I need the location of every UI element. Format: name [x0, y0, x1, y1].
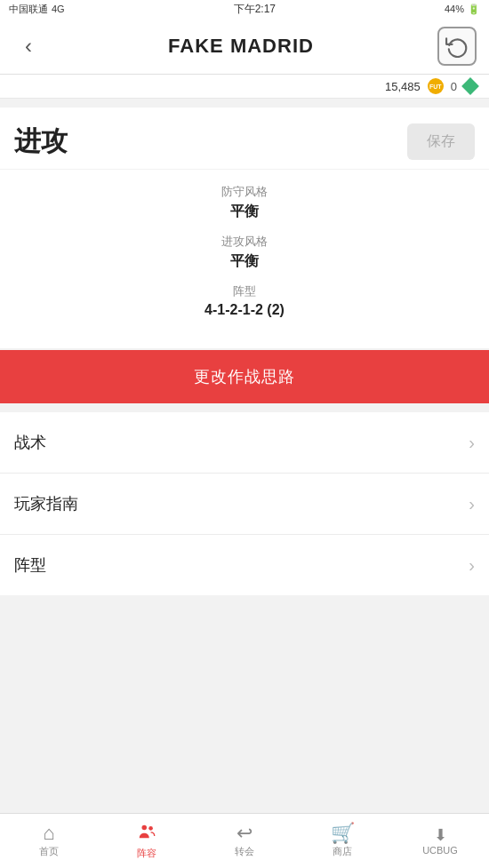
defense-style-value: 平衡 [14, 203, 475, 221]
ucbug-icon: ⬇ [434, 827, 447, 843]
formation-label: 阵型 [14, 283, 475, 299]
change-strategy-button[interactable]: 更改作战思路 [0, 350, 489, 403]
refresh-button[interactable] [437, 27, 477, 66]
currency-points: 0 [451, 80, 457, 93]
currency-bar: 15,485 FUT 0 [0, 75, 489, 99]
formation-menu-label: 阵型 [14, 554, 46, 576]
save-button[interactable]: 保存 [407, 123, 475, 160]
nav-ucbug-label: UCBUG [422, 845, 458, 856]
tactics-menu-item[interactable]: 战术 › [0, 412, 489, 474]
attack-style-value: 平衡 [14, 252, 475, 271]
tactics-chevron-icon: › [469, 433, 475, 453]
tactics-label: 战术 [14, 432, 46, 453]
nav-ucbug[interactable]: ⬇ UCBUG [391, 814, 489, 868]
nav-store[interactable]: 🛒 商店 [293, 814, 391, 868]
defense-style-label: 防守风格 [14, 184, 475, 200]
section-title: 进攻 [14, 123, 68, 160]
status-carrier: 中国联通 4G [9, 3, 65, 16]
player-guide-chevron-icon: › [469, 494, 475, 514]
menu-section: 战术 › 玩家指南 › 阵型 › [0, 412, 489, 595]
defense-style-row: 防守风格 平衡 [14, 184, 475, 221]
section-header: 进攻 保存 [0, 108, 489, 169]
attack-style-label: 进攻风格 [14, 234, 475, 250]
status-bar: 中国联通 4G 下午2:17 44% 🔋 [0, 0, 489, 18]
refresh-icon [445, 35, 469, 58]
nav-squad-label: 阵容 [137, 847, 156, 860]
nav-home-label: 首页 [39, 845, 59, 858]
header: ‹ FAKE MADRID [0, 18, 489, 75]
nav-home[interactable]: ⌂ 首页 [0, 814, 98, 868]
formation-menu-item[interactable]: 阵型 › [0, 535, 489, 595]
fut-coin-icon: FUT [428, 78, 444, 94]
formation-chevron-icon: › [469, 555, 475, 576]
nav-squad[interactable]: 阵容 [98, 814, 196, 868]
bottom-nav: ⌂ 首页 阵容 ↩ 转会 🛒 商店 ⬇ UCBUG [0, 813, 489, 868]
player-guide-menu-item[interactable]: 玩家指南 › [0, 474, 489, 535]
squad-icon [137, 822, 156, 845]
status-battery: 44% 🔋 [445, 4, 480, 15]
home-icon: ⌂ [43, 824, 54, 843]
back-button[interactable]: ‹ [12, 30, 44, 62]
nav-transfer-label: 转会 [235, 845, 254, 858]
info-card: 防守风格 平衡 进攻风格 平衡 阵型 4-1-2-1-2 (2) [0, 170, 489, 348]
header-title: FAKE MADRID [44, 35, 437, 58]
transfer-icon: ↩ [236, 824, 253, 843]
player-guide-label: 玩家指南 [14, 493, 78, 514]
currency-amount: 15,485 [385, 80, 421, 93]
nav-transfer[interactable]: ↩ 转会 [196, 814, 293, 868]
formation-row: 阵型 4-1-2-1-2 (2) [14, 283, 475, 318]
store-icon: 🛒 [331, 824, 355, 843]
status-time: 下午2:17 [234, 2, 276, 17]
nav-store-label: 商店 [333, 845, 352, 858]
formation-value: 4-1-2-1-2 (2) [14, 302, 475, 318]
attack-style-row: 进攻风格 平衡 [14, 234, 475, 271]
svg-point-0 [142, 825, 148, 831]
svg-point-1 [148, 826, 153, 831]
currency-diamond-icon [461, 77, 479, 95]
